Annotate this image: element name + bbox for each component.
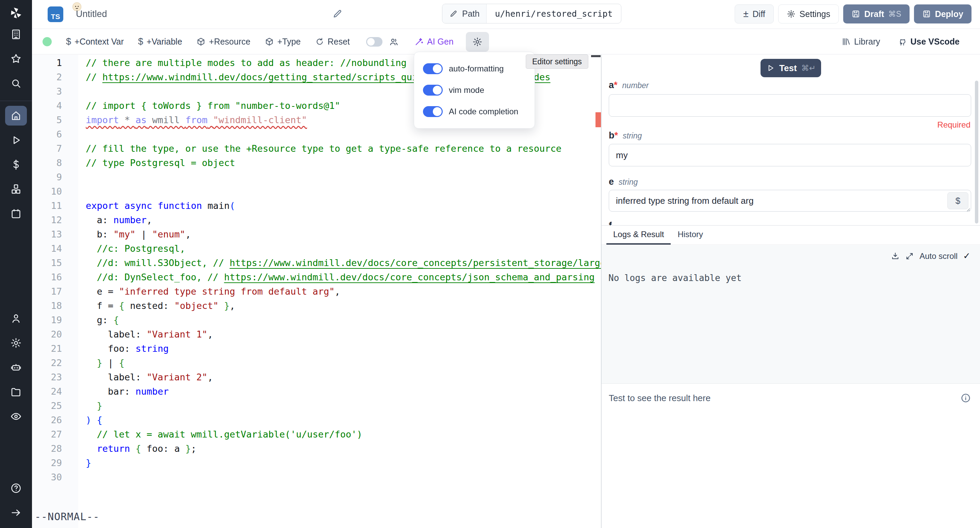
code-line: 27 // let x = await wmill.getVariable('u…	[32, 427, 601, 442]
favorites-star-icon[interactable]	[5, 49, 27, 69]
add-type-button[interactable]: +Type	[265, 37, 301, 47]
ai-gen-button[interactable]: AI Gen	[414, 37, 453, 47]
edit-title-pencil-icon[interactable]	[332, 8, 343, 19]
code-line: 15 //d: wmill.S3Object, // https://www.w…	[32, 256, 601, 270]
save-icon	[922, 10, 931, 18]
add-context-var-button[interactable]: $ +Context Var	[66, 37, 124, 47]
code-line: 12 a: number,	[32, 213, 601, 227]
editor-settings-tooltip: Editor settings	[526, 54, 588, 69]
field-e-label: e string	[609, 177, 638, 187]
dollar-icon: $	[66, 37, 71, 47]
package-icon	[196, 37, 205, 46]
result-tabs: Logs & Result History	[601, 225, 980, 245]
run-panel: Test ⌘↵ a* number Required b* string e s…	[601, 55, 980, 528]
library-button[interactable]: Library	[842, 37, 880, 47]
package-icon	[265, 37, 274, 46]
code-line: 20 label: "Variant 1",	[32, 327, 601, 342]
search-icon[interactable]	[5, 73, 27, 93]
code-line: 17 e = "inferred type string from defaul…	[32, 285, 601, 299]
save-icon	[851, 10, 860, 18]
tab-logs-result[interactable]: Logs & Result	[606, 226, 671, 245]
field-a-input[interactable]	[609, 94, 971, 117]
collaboration-toggle[interactable]	[366, 37, 382, 47]
editor-settings-button[interactable]	[466, 32, 489, 52]
draft-button[interactable]: Draft ⌘S	[843, 5, 910, 24]
download-logs-icon[interactable]	[891, 252, 900, 261]
path-chip[interactable]: Path u/henri/restored_script	[442, 4, 621, 24]
path-value: u/henri/restored_script	[487, 4, 620, 23]
workers-robot-icon[interactable]	[5, 358, 27, 377]
add-resource-button[interactable]: +Resource	[196, 37, 250, 47]
test-shortcut: ⌘↵	[801, 64, 816, 73]
setting-label: AI code completion	[449, 107, 518, 116]
schedules-calendar-icon[interactable]	[5, 204, 27, 224]
overview-ruler-cursor-mark	[591, 55, 601, 57]
variables-dollar-icon[interactable]	[5, 155, 27, 175]
add-variable-button[interactable]: $ +Variable	[138, 37, 182, 47]
setting-toggle[interactable]	[423, 106, 443, 117]
edit-path-pencil-icon	[449, 9, 458, 18]
deploy-button[interactable]: Deploy	[914, 5, 972, 24]
workspace-icon[interactable]	[5, 24, 27, 44]
code-line: 25 }	[32, 399, 601, 413]
logs-empty-message: No logs are available yet	[608, 273, 980, 283]
field-a-label: a* number	[609, 80, 649, 91]
code-line: 19 g: {	[32, 313, 601, 327]
code-line: 10	[32, 184, 601, 199]
editor-setting-row: vim mode	[423, 85, 526, 95]
toolbar-right: Library Use VScode	[842, 37, 980, 47]
settings-button[interactable]: Settings	[778, 5, 839, 24]
code-line: 8// type Postgresql = object	[32, 156, 601, 170]
connection-status-dot	[43, 37, 52, 46]
code-line: 7// fill the type, or use the +Resource …	[32, 142, 601, 156]
autoscroll-checkbox[interactable]: ✓	[963, 251, 970, 261]
resources-cubes-icon[interactable]	[5, 179, 27, 199]
code-line: 18 f = { nested: "object" },	[32, 299, 601, 313]
users-icon[interactable]	[5, 309, 27, 328]
logs-section: Auto scroll ✓ No logs are available yet	[601, 245, 980, 384]
expand-logs-icon[interactable]	[905, 252, 914, 261]
code-line: 6	[32, 127, 601, 142]
diff-button[interactable]: ± Diff	[735, 5, 773, 24]
code-line: 16 //d: DynSelect_foo, // https://www.wi…	[32, 270, 601, 285]
audit-eye-icon[interactable]	[5, 407, 27, 426]
code-line: 9	[32, 170, 601, 184]
reset-button[interactable]: Reset	[315, 37, 350, 47]
app-sidebar	[0, 0, 32, 528]
path-label: Path	[462, 9, 479, 19]
test-args-form: Test ⌘↵ a* number Required b* string e s…	[601, 55, 980, 225]
code-line: 26) {	[32, 413, 601, 427]
textarea-resize-handle[interactable]	[965, 207, 970, 212]
home-icon[interactable]	[5, 106, 27, 126]
help-icon[interactable]	[5, 478, 27, 498]
expand-sidebar-icon[interactable]	[5, 503, 27, 523]
code-line: 21 foo: string	[32, 342, 601, 356]
folders-icon[interactable]	[5, 382, 27, 402]
field-b-input[interactable]	[609, 144, 971, 166]
code-line: 29}	[32, 456, 601, 470]
code-line: 13 b: "my" | "enum",	[32, 227, 601, 242]
library-icon	[842, 37, 851, 46]
test-button[interactable]: Test ⌘↵	[760, 59, 821, 77]
use-vscode-button[interactable]: Use VScode	[898, 37, 959, 47]
setting-toggle[interactable]	[423, 63, 443, 74]
form-scrollbar[interactable]	[975, 81, 978, 224]
code-line: 22 } | {	[32, 356, 601, 370]
windmill-logo[interactable]	[9, 6, 23, 20]
draft-shortcut: ⌘S	[888, 10, 901, 19]
runs-play-icon[interactable]	[5, 130, 27, 150]
diff-icon: ±	[743, 8, 748, 19]
field-e-input[interactable]	[609, 190, 971, 212]
top-header: TS Untitled Path u/henri/restored_script…	[32, 0, 980, 29]
script-title: Untitled	[76, 9, 107, 19]
play-icon	[766, 64, 775, 72]
path-label-group: Path	[442, 4, 487, 23]
info-icon[interactable]	[960, 393, 971, 404]
code-line: 28 return { foo: a };	[32, 442, 601, 456]
tab-history[interactable]: History	[671, 226, 710, 245]
editor-toolbar: $ +Context Var $ +Variable +Resource +Ty…	[32, 29, 980, 54]
settings-gear-icon[interactable]	[5, 333, 27, 353]
vim-mode-status: --NORMAL--	[35, 511, 100, 523]
autoscroll-label[interactable]: Auto scroll	[920, 251, 958, 261]
setting-toggle[interactable]	[423, 85, 443, 95]
